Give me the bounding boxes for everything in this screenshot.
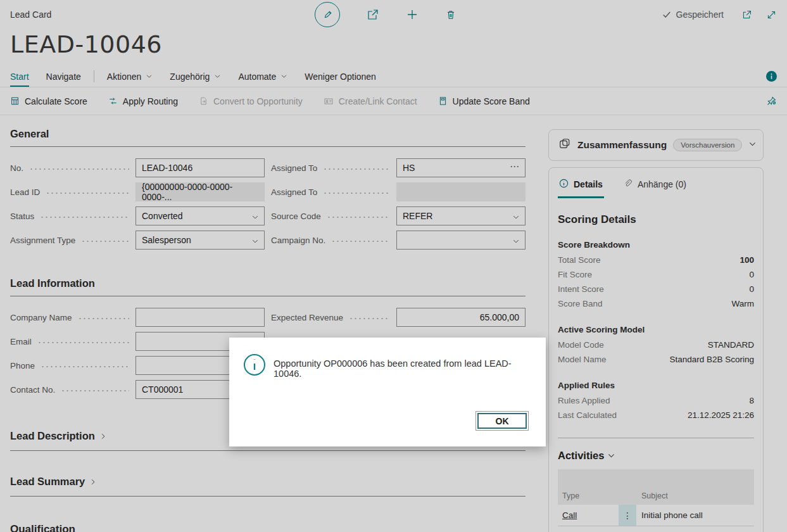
info-circle-icon xyxy=(243,353,266,379)
lead-card-page: Lead Card Gespeichert xyxy=(0,0,787,532)
ok-button[interactable]: OK xyxy=(475,411,529,431)
dialog-message: Opportunity OP000006 has been created fr… xyxy=(274,358,533,379)
modal-dim-overlay xyxy=(0,0,787,532)
message-dialog: Opportunity OP000006 has been created fr… xyxy=(229,338,546,446)
